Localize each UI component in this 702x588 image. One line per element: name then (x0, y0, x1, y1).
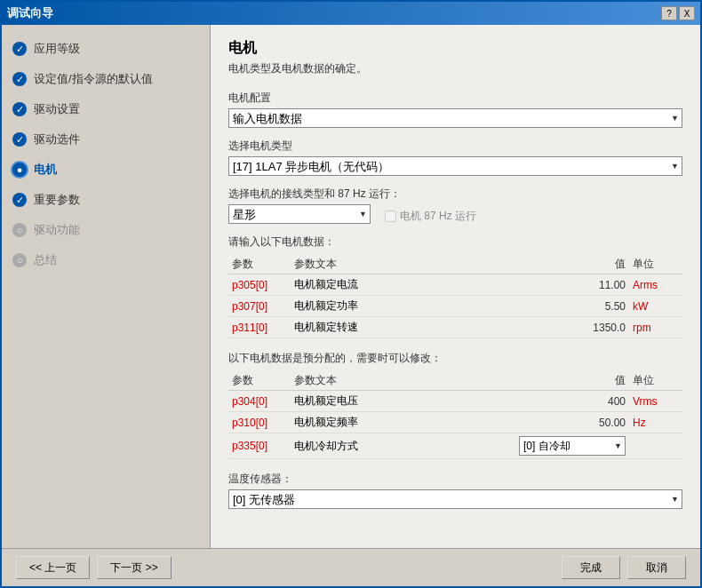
panel-subtitle: 电机类型及电机数据的确定。 (228, 61, 682, 76)
param-value-p335: [0] 自冷却 (515, 433, 629, 459)
bottom-left: << 上一页 下一页 >> (16, 556, 172, 579)
th-value: 值 (558, 255, 629, 274)
param-unit-p304: Vrms (629, 391, 682, 412)
param-value-p310: 50.00 (515, 412, 629, 433)
sidebar-item-motor[interactable]: ● 电机 (2, 155, 210, 185)
param-value-p311: 1350.0 (558, 317, 629, 338)
sidebar-icon-apply-level: ✓ (12, 42, 27, 56)
temp-sensor-section: 温度传感器： [0] 无传感器 (228, 472, 682, 509)
motor-config-select[interactable]: 输入电机数据 (228, 108, 682, 128)
sidebar-icon-summary: ○ (12, 253, 27, 267)
table-row: p310[0] 电机额定频率 50.00 Hz (228, 412, 682, 433)
sidebar-label-drive-option: 驱动选件 (34, 131, 80, 147)
param-p305: p305[0] (228, 274, 291, 296)
sidebar-icon-setvalue-default: ✓ (12, 72, 27, 86)
th-param: 参数 (228, 255, 291, 274)
param-p310: p310[0] (228, 412, 291, 433)
title-bar-buttons: ? X (661, 6, 695, 20)
param-text-p305: 电机额定电流 (291, 274, 558, 296)
sidebar-label-drive-setting: 驱动设置 (34, 101, 80, 117)
param-value-p305: 11.00 (558, 274, 629, 296)
temp-sensor-select-wrapper: [0] 无传感器 (228, 489, 682, 509)
cooling-select[interactable]: [0] 自冷却 (519, 436, 626, 456)
table-row: p304[0] 电机额定电压 400 Vrms (228, 391, 682, 412)
title-bar-left: 调试向导 (7, 5, 53, 21)
param-unit-p335 (629, 433, 682, 459)
sidebar-icon-motor: ● (12, 163, 27, 177)
connection-group: 选择电机的接线类型和 87 Hz 运行： 星形 三角形 电机 87 Hz 运行 (228, 187, 682, 224)
sidebar-label-important-param: 重要参数 (34, 192, 80, 208)
sidebar-label-motor: 电机 (34, 162, 57, 178)
temp-sensor-select[interactable]: [0] 无传感器 (228, 489, 682, 509)
motor-type-group: 选择电机类型 [17] 1LA7 异步电机（无代码） (228, 139, 682, 176)
motor-config-select-wrapper: 输入电机数据 (228, 108, 682, 128)
sidebar-item-drive-function: ○ 驱动功能 (2, 215, 210, 245)
sidebar-item-drive-setting[interactable]: ✓ 驱动设置 (2, 94, 210, 124)
param-unit-p307: kW (629, 296, 682, 317)
connection-select[interactable]: 星形 三角形 (228, 204, 371, 224)
cooling-row: [0] 自冷却 (519, 436, 626, 456)
sidebar-label-drive-function: 驱动功能 (34, 222, 80, 238)
sidebar-label-setvalue-default: 设定值/指令源的默认值 (34, 71, 153, 87)
hz87-checkbox[interactable] (385, 211, 396, 222)
connection-select-wrapper: 星形 三角形 (228, 204, 371, 224)
preset-th-param: 参数 (228, 371, 291, 391)
sidebar: ✓ 应用等级 ✓ 设定值/指令源的默认值 ✓ 驱动设置 ✓ 驱动选件 ● 电机 … (2, 25, 211, 548)
prev-button[interactable]: << 上一页 (16, 556, 90, 579)
window-title: 调试向导 (7, 5, 53, 21)
sidebar-item-important-param[interactable]: ✓ 重要参数 (2, 185, 210, 215)
preset-params-section: 以下电机数据是预分配的，需要时可以修改： 参数 参数文本 值 单位 p304[0… (228, 351, 682, 459)
title-bar: 调试向导 ? X (2, 2, 700, 25)
content-area: ✓ 应用等级 ✓ 设定值/指令源的默认值 ✓ 驱动设置 ✓ 驱动选件 ● 电机 … (2, 25, 700, 548)
param-text-p311: 电机额定转速 (291, 317, 558, 338)
connection-row: 星形 三角形 电机 87 Hz 运行 (228, 204, 682, 224)
connection-label: 选择电机的接线类型和 87 Hz 运行： (228, 187, 682, 202)
param-p307: p307[0] (228, 296, 291, 317)
sidebar-item-apply-level[interactable]: ✓ 应用等级 (2, 34, 210, 64)
next-button[interactable]: 下一页 >> (97, 556, 171, 579)
sidebar-label-apply-level: 应用等级 (34, 41, 80, 57)
param-text-p307: 电机额定功率 (291, 296, 558, 317)
preset-params-label: 以下电机数据是预分配的，需要时可以修改： (228, 351, 682, 366)
sidebar-item-summary: ○ 总结 (2, 245, 210, 275)
cancel-button[interactable]: 取消 (627, 556, 686, 579)
sidebar-icon-drive-option: ✓ (12, 132, 27, 147)
th-unit: 单位 (629, 255, 682, 274)
input-params-table: 参数 参数文本 值 单位 p305[0] 电机额定电流 11.00 Arms (228, 255, 682, 338)
hz87-label[interactable]: 电机 87 Hz 运行 (385, 209, 476, 224)
sidebar-icon-drive-setting: ✓ (12, 102, 27, 116)
param-text-p310: 电机额定频率 (291, 412, 515, 433)
param-text-p304: 电机额定电压 (291, 391, 515, 412)
close-button[interactable]: X (679, 6, 695, 20)
table-row: p307[0] 电机额定功率 5.50 kW (228, 296, 682, 317)
motor-type-label: 选择电机类型 (228, 139, 682, 154)
param-unit-p305: Arms (629, 274, 682, 296)
param-value-p307: 5.50 (558, 296, 629, 317)
motor-type-select[interactable]: [17] 1LA7 异步电机（无代码） (228, 156, 682, 176)
preset-th-value: 值 (515, 371, 629, 391)
input-params-section: 请输入以下电机数据： 参数 参数文本 值 单位 p305[0] 电机额 (228, 234, 682, 338)
th-text: 参数文本 (291, 255, 558, 274)
finish-button[interactable]: 完成 (562, 556, 620, 579)
table-row: p305[0] 电机额定电流 11.00 Arms (228, 274, 682, 296)
param-unit-p311: rpm (629, 317, 682, 338)
bottom-right: 完成 取消 (562, 556, 686, 579)
motor-type-select-wrapper: [17] 1LA7 异步电机（无代码） (228, 156, 682, 176)
sidebar-icon-important-param: ✓ (12, 193, 27, 207)
motor-config-label: 电机配置 (228, 91, 682, 106)
sidebar-item-drive-option[interactable]: ✓ 驱动选件 (2, 124, 210, 155)
help-button[interactable]: ? (661, 6, 677, 20)
table-row: p311[0] 电机额定转速 1350.0 rpm (228, 317, 682, 338)
cooling-select-wrapper: [0] 自冷却 (519, 436, 626, 456)
hz87-label-text: 电机 87 Hz 运行 (400, 209, 476, 224)
param-value-p304: 400 (515, 391, 629, 412)
param-text-p335: 电机冷却方式 (291, 433, 515, 459)
param-unit-p310: Hz (629, 412, 682, 433)
param-p311: p311[0] (228, 317, 291, 338)
sidebar-item-setvalue-default[interactable]: ✓ 设定值/指令源的默认值 (2, 64, 210, 94)
main-window: 调试向导 ? X ✓ 应用等级 ✓ 设定值/指令源的默认值 ✓ 驱动设置 ✓ 驱 (0, 0, 702, 588)
input-params-label: 请输入以下电机数据： (228, 234, 682, 250)
param-p304: p304[0] (228, 391, 291, 412)
preset-th-text: 参数文本 (291, 371, 515, 391)
sidebar-label-summary: 总结 (34, 252, 57, 268)
